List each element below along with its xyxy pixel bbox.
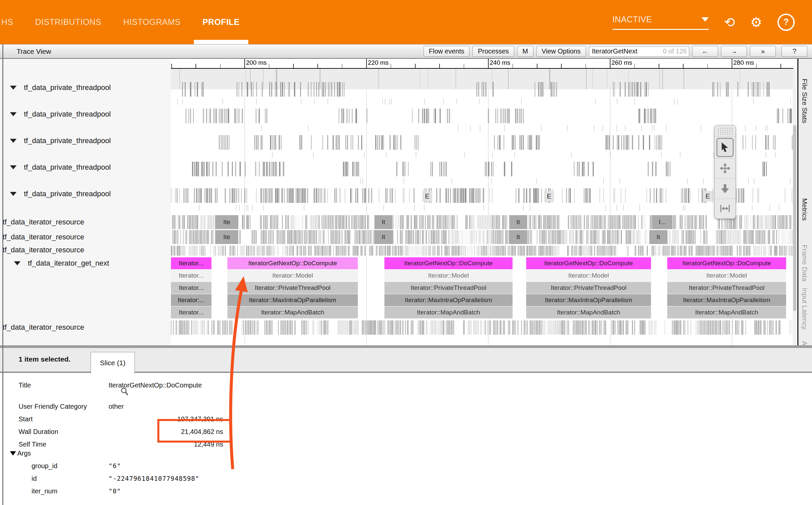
field-value: 197,347,391 ns	[109, 415, 223, 423]
slice-group-1: IteratorGetNextOp::DoComputeIterator::Mo…	[227, 257, 358, 319]
field-label: Self Time	[19, 441, 46, 448]
sidebar-track-tf_data_iterator_resource-5[interactable]: tf_data_iterator_resource	[3, 217, 84, 227]
track-label-text: tf_data_iterator_resource	[3, 218, 84, 226]
time-ruler[interactable]: 200 ms220 ms240 ms260 ms280 ms	[171, 59, 793, 69]
palette-grip[interactable]	[717, 127, 733, 135]
sidebar-track-tf_data_private_threadpool-3[interactable]: tf_data_private_threadpool	[10, 162, 111, 173]
button-view-options[interactable]: View Options	[537, 46, 586, 57]
event-marker-0[interactable]: E	[422, 191, 432, 201]
right-tab-frame-data[interactable]: Frame Data	[801, 245, 809, 282]
button-processes[interactable]: Processes	[472, 46, 514, 57]
sidebar-track-tf_data_private_threadpool-2[interactable]: tf_data_private_threadpool	[10, 136, 111, 146]
slice-getnext-2-0[interactable]: IteratorGetNextOp::DoCompute	[384, 257, 513, 270]
find-previous-button[interactable]: ←	[692, 46, 718, 57]
slice-getnext-0-0[interactable]: Iterator...	[171, 257, 211, 270]
collapse-triangle-icon	[10, 165, 17, 169]
help-button[interactable]: ?	[782, 46, 807, 57]
slice-iterator-0-2[interactable]: Iterator...	[171, 282, 211, 294]
resource-slice-label-1-1[interactable]: It	[375, 230, 392, 244]
select-tool[interactable]	[715, 136, 735, 158]
right-tab-file-size-stats[interactable]: File Size Stats	[801, 79, 809, 123]
collapse-triangle-icon	[10, 86, 17, 90]
slice-group-2: IteratorGetNextOp::DoComputeIterator::Mo…	[384, 257, 513, 319]
right-tab-input-latency[interactable]: Input Latency	[801, 288, 809, 330]
minor-tick	[683, 64, 683, 68]
event-marker-1[interactable]: E	[544, 191, 554, 201]
track-label-text: tf_data_private_threadpool	[24, 110, 111, 119]
resource-slice-label-1-3[interactable]: It	[649, 230, 667, 244]
resource-slice-label-1-0[interactable]: Ite	[215, 230, 238, 244]
resource-slice-label-0-1[interactable]: It	[375, 215, 392, 229]
slice-iterator-1-1[interactable]: Iterator::Model	[227, 270, 358, 282]
slice-iterator-3-1[interactable]: Iterator::Model	[526, 270, 651, 282]
slice-iterator-1-4[interactable]: Iterator::MapAndBatch	[227, 307, 358, 319]
search-input[interactable]	[591, 47, 663, 55]
sidebar-track-tf_data_private_threadpool-1[interactable]: tf_data_private_threadpool	[10, 109, 111, 120]
pan-tool[interactable]	[715, 158, 735, 179]
slice-iterator-1-2[interactable]: Iterator::PrivateThreadPool	[227, 282, 358, 294]
event-marker-2[interactable]: E	[703, 191, 713, 201]
arg-row-id: id"-2247961841077948598"	[0, 475, 299, 485]
search-box: 0 of 126	[589, 46, 689, 57]
slice-iterator-2-2[interactable]: Iterator::PrivateThreadPool	[384, 282, 513, 294]
slice-iterator-4-1[interactable]: Iterator::Model	[667, 270, 786, 282]
settings-icon[interactable]: ⚙	[750, 16, 762, 29]
slice-iterator-0-3[interactable]: Iterator:...	[171, 294, 211, 307]
panel-splitter[interactable]	[0, 345, 812, 348]
timing-tool[interactable]	[715, 198, 735, 219]
track-label-text: tf_data_iterator_get_next	[28, 259, 109, 268]
slice-iterator-2-3[interactable]: Iterator::MaxIntraOpParallelism	[384, 294, 513, 307]
minor-tick	[513, 64, 513, 68]
sidebar-track-tf_data_private_threadpool-4[interactable]: tf_data_private_threadpool	[10, 189, 111, 199]
sidebar-track-tf_data_private_threadpool-0[interactable]: tf_data_private_threadpool	[10, 82, 111, 93]
tab-hs[interactable]: HS	[0, 0, 15, 44]
slice-iterator-0-4[interactable]: Iterator...	[171, 307, 211, 319]
find-next-button[interactable]: →	[721, 46, 747, 57]
run-selector[interactable]: INACTIVE	[612, 15, 709, 30]
button-m[interactable]: M	[517, 46, 534, 57]
sidebar-track-tf_data_iterator_resource-6[interactable]: tf_data_iterator_resource	[3, 232, 84, 242]
minor-tick	[586, 64, 586, 68]
tab-distributions[interactable]: DISTRIBUTIONS	[34, 0, 103, 44]
arg-value: "0"	[109, 487, 121, 495]
refresh-icon[interactable]: ⟲	[724, 16, 735, 29]
zoom-tool[interactable]	[715, 178, 735, 198]
args-section-header[interactable]: Args	[10, 450, 31, 457]
tab-histograms[interactable]: HISTOGRAMS	[122, 0, 182, 44]
slice-iterator-0-1[interactable]: Iterator...	[171, 270, 211, 282]
resource-slice-label-0-0[interactable]: Ite	[215, 215, 238, 229]
vertical-scrollbar[interactable]	[793, 69, 797, 345]
find-jump-button[interactable]: »	[750, 46, 776, 57]
collapse-triangle-icon	[10, 192, 17, 196]
resource-slice-label-1-2[interactable]: It	[509, 230, 527, 244]
header-controls: INACTIVE ⟲ ⚙ ?	[612, 14, 812, 31]
right-tab-metrics[interactable]: Metrics	[801, 198, 809, 221]
slice-iterator-3-4[interactable]: Iterator::MapAndBatch	[526, 307, 651, 319]
resource-slice-label-0-2[interactable]: It	[509, 215, 527, 229]
slice-iterator-4-2[interactable]: Iterator::PrivateThreadPool	[667, 282, 786, 294]
resource-slice-label-0-3[interactable]: I...	[652, 215, 672, 229]
button-flow-events[interactable]: Flow events	[424, 46, 470, 57]
scrollbar-thumb[interactable]	[793, 125, 796, 311]
slice-iterator-2-1[interactable]: Iterator::Model	[384, 270, 513, 282]
slice-iterator-3-3[interactable]: Iterator::MaxIntraOpParallelism	[526, 294, 651, 307]
slice-getnext-1-0[interactable]: IteratorGetNextOp::DoCompute	[227, 257, 358, 270]
sidebar-track-tf_data_iterator_resource-7[interactable]: tf_data_iterator_resource	[3, 245, 84, 255]
minor-tick	[196, 64, 196, 68]
slice-getnext-3-0[interactable]: IteratorGetNextOp::DoCompute	[526, 257, 651, 270]
minor-tick	[634, 64, 635, 68]
magnifier-icon[interactable]	[120, 387, 129, 398]
tab-slice[interactable]: Slice (1)	[90, 352, 135, 373]
help-icon[interactable]: ?	[778, 14, 795, 31]
iterator-get-next-slices: Iterator...Iterator...Iterator...Iterato…	[171, 257, 793, 319]
slice-getnext-4-0[interactable]: IteratorGetNextOp::DoCompute	[667, 257, 786, 270]
slice-iterator-4-3[interactable]: Iterator::MaxIntraOpParallelism	[667, 294, 786, 307]
tab-profile[interactable]: PROFILE	[201, 0, 241, 44]
arrow-down-icon	[720, 183, 730, 194]
slice-iterator-1-3[interactable]: Iterator::MaxIntraOpParallelism	[227, 294, 358, 307]
sidebar-track-tf_data_iterator_get_next-8[interactable]: tf_data_iterator_get_next	[14, 258, 109, 269]
slice-iterator-3-2[interactable]: Iterator::PrivateThreadPool	[526, 282, 651, 294]
slice-iterator-4-4[interactable]: Iterator::MapAndBatch	[667, 307, 786, 319]
slice-iterator-2-4[interactable]: Iterator::MapAndBatch	[384, 307, 513, 319]
sidebar-track-tf_data_iterator_resource-9[interactable]: tf_data_iterator_resource	[3, 322, 84, 333]
